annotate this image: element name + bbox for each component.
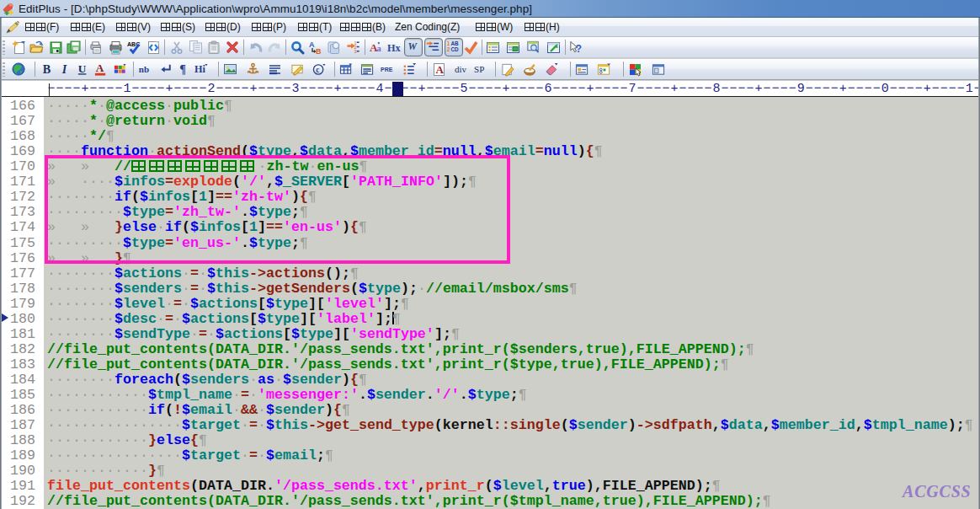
svg-text:2: 2 bbox=[447, 46, 450, 52]
svg-text:AB: AB bbox=[450, 40, 459, 46]
svg-text:A: A bbox=[436, 63, 445, 76]
svg-text:a: a bbox=[377, 44, 382, 53]
svg-text:W: W bbox=[407, 40, 418, 52]
svg-text:SP: SP bbox=[474, 64, 484, 74]
svg-text:CD: CD bbox=[450, 46, 459, 52]
svg-text:B: B bbox=[316, 47, 322, 55]
svg-text:Hx: Hx bbox=[387, 42, 402, 54]
svg-text:U: U bbox=[78, 62, 87, 75]
svg-text:PRE: PRE bbox=[381, 67, 393, 72]
svg-text:nb: nb bbox=[139, 64, 149, 74]
svg-text:Hi: Hi bbox=[194, 63, 206, 75]
svg-text:?: ? bbox=[576, 43, 583, 55]
svg-text:A: A bbox=[309, 40, 315, 49]
svg-text:¶: ¶ bbox=[179, 62, 186, 76]
svg-text:c: c bbox=[316, 66, 319, 74]
svg-text:A: A bbox=[96, 62, 104, 74]
svg-text:1: 1 bbox=[447, 40, 450, 46]
svg-text:I: I bbox=[61, 62, 67, 76]
svg-text:3: 3 bbox=[354, 49, 356, 54]
svg-text:div: div bbox=[455, 64, 467, 74]
svg-text:B: B bbox=[43, 62, 51, 76]
